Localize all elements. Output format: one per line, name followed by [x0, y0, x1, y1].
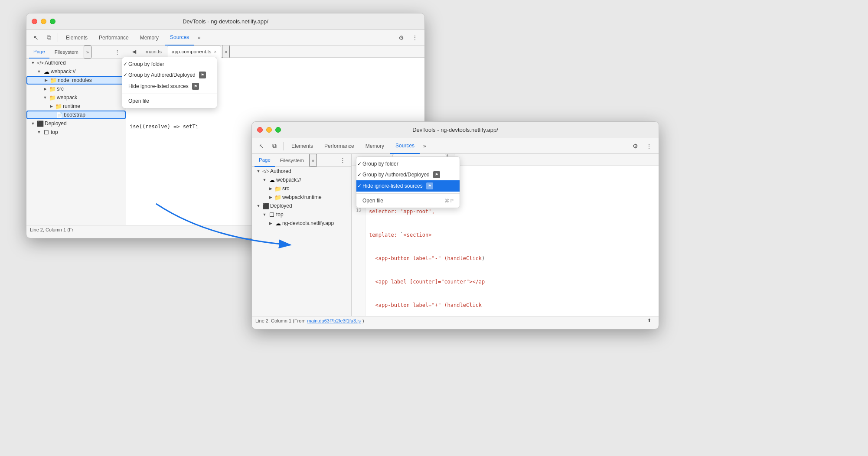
tree-top-2[interactable]: ☐ top: [252, 210, 351, 219]
panel-tab-page-2[interactable]: Page: [255, 154, 275, 167]
webpack-label-2: webpack://: [276, 177, 301, 183]
editor-tabs-more-1[interactable]: »: [222, 46, 230, 58]
toolbar-more-2[interactable]: »: [421, 138, 429, 154]
tab-memory-1[interactable]: Memory: [135, 30, 164, 46]
tree-webpack-1[interactable]: ☁ webpack://: [26, 67, 126, 76]
menu-hide-ignore-1[interactable]: Hide ignore-listed sources ⚑: [122, 81, 217, 92]
menu-open-file-1[interactable]: Open file: [122, 96, 217, 106]
bootstrap-label-1: bootstrap: [64, 112, 85, 118]
panel-more-1[interactable]: »: [84, 46, 91, 59]
editor-tab-app-label-1: app.component.ts: [172, 49, 211, 54]
open-file-kbd-2: ⌘ P: [444, 198, 454, 204]
panel-tab-page-1[interactable]: Page: [29, 46, 49, 59]
cursor-icon-2[interactable]: ↖: [255, 140, 268, 152]
panel-tab-filesystem-2[interactable]: Filesystem: [276, 154, 308, 167]
titlebar-1: DevTools - ng-devtools.netlify.app/: [26, 13, 424, 30]
cloud-icon-2: ☁: [268, 176, 275, 183]
src-arrow-1: [42, 86, 48, 92]
tree-runtime-1[interactable]: 📁 runtime: [26, 102, 126, 111]
tree-bootstrap-1[interactable]: 📄 bootstrap: [26, 111, 126, 119]
menu-group-folder-1[interactable]: Group by folder: [122, 59, 217, 69]
layers-icon-2[interactable]: ⧉: [268, 140, 281, 152]
tree-webpack-2[interactable]: ☁ webpack://: [252, 176, 351, 184]
folder-icon-webpack-1: 📁: [49, 94, 56, 101]
menu-label-hide-ignore-1: Hide ignore-listed sources: [128, 83, 189, 89]
editor-tab-main-1[interactable]: main.ts: [141, 46, 166, 58]
layers-icon[interactable]: ⧉: [43, 32, 55, 44]
tab-sources-2[interactable]: Sources: [390, 138, 420, 154]
top-icon-2: ☐: [268, 211, 275, 218]
runtime-arrow-1: [48, 103, 54, 109]
tab-elements-2[interactable]: Elements: [286, 138, 318, 154]
gear-icon-1[interactable]: ⚙: [395, 32, 407, 44]
file-icon-bootstrap-1: 📄: [56, 111, 63, 118]
src-arrow-2: [268, 186, 274, 192]
editor-tab-app-close-1[interactable]: ×: [214, 49, 217, 54]
tree-ng-devtools-2[interactable]: ☁ ng-devtools.netlify.app: [252, 219, 351, 228]
code-line-10-2: <app-button label="-" (handleClick): [369, 254, 485, 262]
status-suffix-2: ): [362, 318, 364, 323]
gear-icon-2[interactable]: ⚙: [629, 140, 641, 152]
code-line-8-2: selector: 'app-root',: [369, 208, 485, 215]
authored-icon-1: </>: [37, 59, 44, 66]
folder-icon-runtime-1: 📁: [55, 103, 62, 110]
dots-icon-1[interactable]: ⋮: [409, 32, 421, 44]
tab-memory-2[interactable]: Memory: [360, 138, 389, 154]
minimize-button-2[interactable]: [266, 127, 272, 133]
toolbar-right-2: ⚙ ⋮: [629, 140, 655, 152]
tree-deployed-1[interactable]: ⬛ Deployed: [26, 119, 126, 128]
titlebar-2: DevTools - ng-devtools.netlify.app/: [252, 122, 659, 138]
folder-icon-webpack-runtime-2: 📁: [274, 194, 281, 201]
maximize-button-2[interactable]: [275, 127, 281, 133]
editor-tab-back-1[interactable]: ◀: [128, 46, 140, 58]
menu-group-folder-2[interactable]: Group by folder: [356, 159, 460, 169]
tab-performance-1[interactable]: Performance: [94, 30, 134, 46]
src-label-1: src: [57, 86, 64, 92]
cursor-icon[interactable]: ↖: [30, 32, 42, 44]
deployed-icon-1: ⬛: [37, 120, 44, 127]
tab-elements-1[interactable]: Elements: [61, 30, 93, 46]
toolbar-more-1[interactable]: »: [195, 30, 203, 46]
tree-webpack-runtime-2[interactable]: 📁 webpack/runtime: [252, 193, 351, 202]
panel-tab-filesystem-1[interactable]: Filesystem: [50, 46, 83, 59]
dots-icon-2[interactable]: ⋮: [643, 140, 655, 152]
menu-open-file-2[interactable]: Open file ⌘ P: [356, 195, 460, 206]
tree-top-1[interactable]: ☐ top: [26, 128, 126, 137]
badge-group-authored-2: ⚑: [433, 171, 440, 178]
node-modules-label-1: node_modules: [58, 77, 92, 83]
tree-webpack-folder-1[interactable]: 📁 webpack: [26, 93, 126, 102]
tree-authored-1[interactable]: </> Authored: [26, 59, 126, 67]
close-button-1[interactable]: [32, 19, 37, 24]
tree-authored-2[interactable]: </> Authored: [252, 167, 351, 176]
status-text-1: Line 2, Column 1 (Fr: [30, 227, 73, 232]
tree-node-modules-1[interactable]: 📁 node_modules: [26, 76, 126, 85]
tree-src-1[interactable]: 📁 src: [26, 85, 126, 93]
tree-deployed-2[interactable]: ⬛ Deployed: [252, 202, 351, 210]
tab-performance-2[interactable]: Performance: [319, 138, 359, 154]
panel-menu-2[interactable]: ⋮: [336, 154, 349, 166]
code-line-9-2: template: `<section>: [369, 231, 485, 239]
toolbar-separator-2: [283, 142, 284, 150]
panel-tabs-2: Page Filesystem » ⋮: [252, 154, 351, 167]
editor-tab-app-1[interactable]: app.component.ts ×: [167, 46, 221, 58]
folder-icon-node-modules-1: 📁: [50, 77, 57, 84]
toolbar-1: ↖ ⧉ Elements Performance Memory Sources …: [26, 30, 424, 46]
maximize-button-1[interactable]: [50, 19, 55, 24]
status-link-2[interactable]: main.da63f7b2fe3f1fa3.js: [307, 318, 361, 323]
tab-sources-1[interactable]: Sources: [165, 30, 194, 46]
cloud-icon-1: ☁: [43, 68, 50, 75]
close-button-2[interactable]: [257, 127, 263, 133]
menu-group-authored-1[interactable]: Group by Authored/Deployed ⚑: [122, 69, 217, 81]
menu-group-authored-2[interactable]: Group by Authored/Deployed ⚑: [356, 169, 460, 180]
panel-menu-1[interactable]: ⋮: [111, 46, 123, 58]
deployed-arrow-2: [255, 203, 261, 209]
menu-label-group-authored-2: Group by Authored/Deployed: [362, 172, 430, 178]
minimize-button-1[interactable]: [41, 19, 46, 24]
panel-more-2[interactable]: »: [309, 154, 317, 167]
ng-devtools-arrow-2: [268, 220, 274, 226]
status-icon-2[interactable]: ⬆: [643, 315, 655, 327]
sidebar-1: Page Filesystem » ⋮ </> Authored ☁ webpa…: [26, 46, 126, 225]
status-text-2: Line 2, Column 1 (From: [255, 318, 306, 323]
tree-src-2[interactable]: 📁 src: [252, 184, 351, 193]
menu-hide-ignore-2[interactable]: Hide ignore-listed sources ⚑: [356, 180, 460, 192]
